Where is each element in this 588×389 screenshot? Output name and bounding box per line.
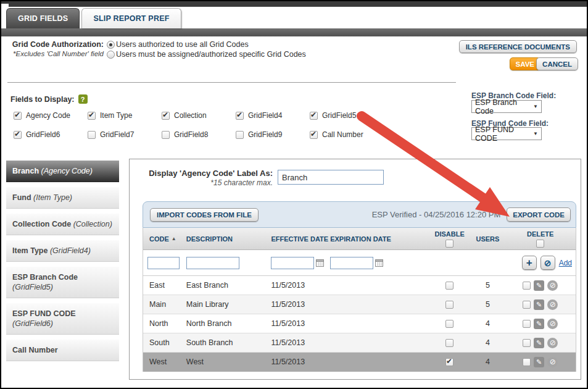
- collection-label: Collection: [174, 111, 207, 120]
- delete-all-checkbox[interactable]: [536, 240, 544, 248]
- sidebar-item-name: Branch: [12, 167, 39, 175]
- codes-table: CODE ▲ DESCRIPTION EFFECTIVE DATE EXPIRA…: [143, 228, 576, 372]
- cell-code: East: [143, 281, 186, 290]
- block-icon[interactable]: ⊘: [547, 357, 558, 367]
- edit-icon[interactable]: ✎: [534, 299, 544, 310]
- cell-users: 4: [470, 358, 505, 366]
- calendar-icon[interactable]: [316, 259, 324, 267]
- sidebar-item-name: Fund: [12, 193, 31, 202]
- cell-effective-date: 11/5/2013: [271, 358, 330, 366]
- field-checkbox-item: Agency Code: [14, 111, 88, 120]
- tab-slip-report-pref[interactable]: SLIP REPORT PREF: [81, 8, 181, 28]
- field-checkbox-item: GridField8: [162, 130, 236, 139]
- collection-checkbox[interactable]: [162, 112, 170, 120]
- tab-grid-fields[interactable]: GRID FIELDS: [6, 8, 80, 28]
- table-row-main[interactable]: Main Main Library 11/5/2013 5 ✎ ⊘: [143, 295, 576, 314]
- esp-branch-code-select[interactable]: ESP Branch Code ▼: [471, 100, 542, 113]
- table-row-south[interactable]: South South Branch 11/5/2013 4 ✎ ⊘: [143, 333, 576, 353]
- help-icon[interactable]: ?: [78, 94, 88, 104]
- app-window: GRID FIELDS SLIP REPORT PREF Grid Code A…: [0, 0, 588, 389]
- disable-checkbox[interactable]: [445, 339, 453, 347]
- edit-icon[interactable]: ✎: [534, 357, 544, 367]
- gridfield4-checkbox[interactable]: [236, 112, 244, 120]
- delete-checkbox[interactable]: [523, 320, 531, 328]
- table-row-east[interactable]: East East Branch 11/5/2013 5 ✎ ⊘: [143, 276, 576, 295]
- grid-code-authorization-label-block: Grid Code Authorization: *Excludes 'Call…: [10, 40, 104, 57]
- ils-reference-documents-button[interactable]: ILS REFERENCE DOCUMENTS: [459, 40, 577, 53]
- disable-checkbox[interactable]: [445, 358, 453, 366]
- code-filter-input[interactable]: [147, 257, 180, 269]
- edit-icon[interactable]: ✎: [534, 319, 544, 329]
- column-header-expiration-date[interactable]: EXPIRATION DATE: [330, 228, 429, 249]
- disable-checkbox[interactable]: [445, 301, 453, 309]
- table-row-west[interactable]: West West 11/5/2013 4 ✎ ⊘: [143, 353, 576, 372]
- add-row-icon[interactable]: +: [522, 256, 537, 270]
- delete-checkbox[interactable]: [523, 339, 531, 347]
- gridfield5-label: GridField5: [322, 111, 356, 120]
- esp-fund-code-select[interactable]: ESP FUND CODE ▼: [471, 127, 542, 140]
- column-header-code[interactable]: CODE ▲: [143, 228, 186, 249]
- cancel-add-icon[interactable]: ⊘: [540, 256, 555, 270]
- label-as-input[interactable]: [278, 170, 384, 185]
- cell-users: 4: [470, 338, 505, 347]
- authorization-radio-group: Users authorized to use all Grid Codes U…: [107, 40, 306, 59]
- column-header-effective-date[interactable]: EFFECTIVE DATE: [271, 228, 330, 249]
- codes-table-header: CODE ▲ DESCRIPTION EFFECTIVE DATE EXPIRA…: [143, 228, 576, 250]
- sidebar-item-branch[interactable]: Branch (Agency Code): [6, 161, 119, 182]
- column-header-users[interactable]: USERS: [470, 228, 505, 249]
- gridfield6-label: GridField6: [26, 130, 60, 139]
- sidebar-item-esp-branch-code[interactable]: ESP Branch Code (GridField5): [6, 267, 119, 298]
- cell-effective-date: 11/5/2013: [271, 319, 330, 328]
- cell-description: West: [186, 358, 271, 366]
- delete-checkbox[interactable]: [523, 282, 531, 290]
- agency-code-label: Agency Code: [26, 111, 70, 120]
- cell-code: South: [143, 338, 186, 347]
- block-icon[interactable]: ⊘: [547, 319, 558, 329]
- call-number-checkbox[interactable]: [310, 131, 318, 139]
- block-icon[interactable]: ⊘: [547, 299, 558, 310]
- disable-checkbox[interactable]: [445, 320, 453, 328]
- codes-toolbar: IMPORT CODES FROM FILE ESP Verified - 04…: [143, 201, 576, 228]
- gridfield6-checkbox[interactable]: [14, 131, 22, 139]
- disable-checkbox[interactable]: [445, 282, 453, 290]
- radio-row-all-codes: Users authorized to use all Grid Codes: [107, 40, 306, 49]
- sidebar-item-call-number[interactable]: Call Number: [6, 340, 119, 361]
- calendar-icon[interactable]: [375, 259, 383, 267]
- block-icon[interactable]: ⊘: [547, 280, 558, 291]
- effective-date-filter-input[interactable]: [271, 257, 314, 269]
- cell-description: East Branch: [186, 281, 271, 290]
- cell-effective-date: 11/5/2013: [271, 300, 330, 309]
- radio-all-grid-codes-label: Users authorized to use all Grid Codes: [116, 40, 249, 49]
- import-codes-from-file-button[interactable]: IMPORT CODES FROM FILE: [150, 208, 259, 222]
- item-type-checkbox[interactable]: [88, 112, 96, 120]
- delete-checkbox[interactable]: [523, 358, 531, 366]
- description-filter-input[interactable]: [186, 257, 239, 269]
- sidebar-item-qualifier: (Collection): [73, 220, 112, 228]
- expiration-date-filter-input[interactable]: [330, 257, 373, 269]
- radio-specific-grid-codes[interactable]: [107, 51, 115, 59]
- sidebar-item-item-type[interactable]: Item Type (GridField4): [6, 240, 119, 262]
- gridfield8-checkbox[interactable]: [162, 131, 170, 139]
- radio-all-grid-codes[interactable]: [107, 41, 115, 49]
- agency-code-checkbox[interactable]: [14, 112, 22, 120]
- gridfield7-checkbox[interactable]: [88, 131, 96, 139]
- delete-checkbox[interactable]: [523, 301, 531, 309]
- cancel-button[interactable]: CANCEL: [536, 57, 578, 70]
- gridfield5-checkbox[interactable]: [310, 112, 318, 120]
- sidebar-item-esp-fund-code[interactable]: ESP FUND CODE (GridField6): [6, 303, 119, 335]
- block-icon[interactable]: ⊘: [547, 338, 558, 348]
- gridfield9-checkbox[interactable]: [236, 131, 244, 139]
- column-header-description[interactable]: DESCRIPTION: [186, 228, 271, 249]
- sidebar-item-fund[interactable]: Fund (Item Type): [6, 187, 119, 209]
- tab-underbar: [1, 28, 587, 36]
- sidebar-item-qualifier: (GridField4): [50, 246, 91, 255]
- disable-all-checkbox[interactable]: [445, 240, 453, 248]
- edit-icon[interactable]: ✎: [534, 338, 544, 348]
- section-divider: [7, 82, 456, 83]
- sidebar-item-collection-code[interactable]: Collection Code (Collection): [6, 214, 119, 235]
- item-type-label: Item Type: [100, 111, 132, 120]
- table-row-north[interactable]: North North Branch 11/5/2013 4 ✎ ⊘: [143, 314, 576, 333]
- add-link[interactable]: Add: [559, 259, 572, 267]
- export-code-button[interactable]: EXPORT CODE: [507, 207, 571, 222]
- edit-icon[interactable]: ✎: [534, 280, 544, 291]
